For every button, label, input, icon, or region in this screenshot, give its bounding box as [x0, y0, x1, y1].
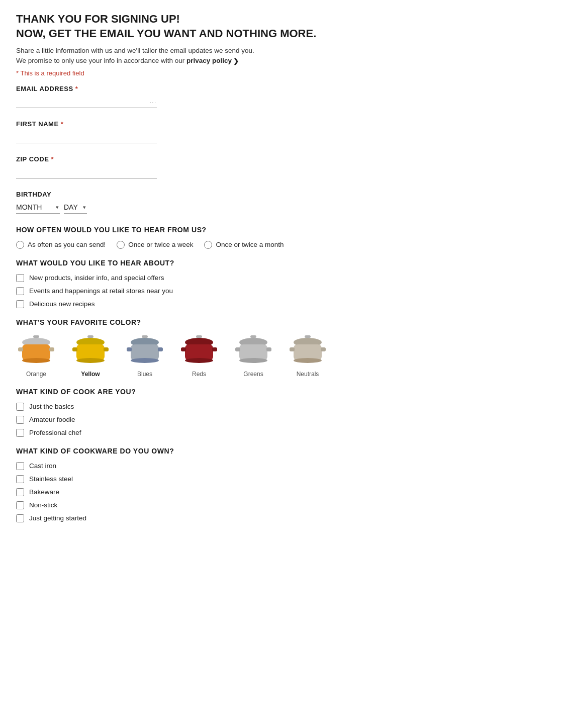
svg-rect-30: [305, 335, 311, 338]
svg-rect-3: [18, 347, 23, 351]
color-option-blues[interactable]: Blues: [125, 333, 165, 378]
color-option-neutrals[interactable]: Neutrals: [288, 333, 328, 378]
cookware-section: WHAT KIND OF COOKWARE DO YOU OWN? Cast i…: [16, 447, 416, 522]
color-label-greens: Greens: [243, 371, 263, 378]
svg-rect-12: [142, 335, 148, 338]
main-title: THANK YOU FOR SIGNING UP! NOW, GET THE E…: [16, 12, 416, 41]
birthday-label: BIRTHDAY: [16, 191, 416, 198]
svg-rect-16: [158, 347, 163, 351]
svg-rect-22: [212, 347, 217, 351]
first-name-input[interactable]: [16, 131, 157, 143]
first-name-label: FIRST NAME *: [16, 120, 416, 128]
color-title: WHAT'S YOUR FAVORITE COLOR?: [16, 318, 416, 326]
svg-rect-9: [72, 347, 77, 351]
cookware-label-5: Just getting started: [29, 514, 86, 522]
frequency-radio-3[interactable]: [204, 241, 212, 249]
cookware-option-5[interactable]: Just getting started: [16, 514, 416, 522]
cook-checkbox-3[interactable]: [16, 429, 24, 437]
svg-point-11: [76, 358, 105, 363]
cook-option-3[interactable]: Professional chef: [16, 429, 416, 437]
cookware-checkbox-list: Cast iron Stainless steel Bakeware Non-s…: [16, 462, 416, 522]
birthday-row: MONTH JanuaryFebruaryMarch AprilMayJune …: [16, 201, 416, 214]
cook-type-title: WHAT KIND OF COOK ARE YOU?: [16, 388, 416, 396]
topic-option-3[interactable]: Delicious new recipes: [16, 300, 416, 308]
svg-rect-28: [266, 347, 271, 351]
arrow-icon: ❯: [233, 56, 239, 66]
zip-code-required-star: *: [49, 155, 54, 163]
cook-label-2: Amateur foodie: [29, 416, 75, 423]
topic-option-2[interactable]: Events and happenings at retail stores n…: [16, 287, 416, 295]
color-section: WHAT'S YOUR FAVORITE COLOR? Orange: [16, 318, 416, 378]
color-label-yellow: Yellow: [81, 371, 100, 378]
cookware-checkbox-5[interactable]: [16, 514, 24, 522]
zip-code-section: ZIP CODE *: [16, 155, 416, 178]
topic-label-2: Events and happenings at retail stores n…: [29, 287, 173, 295]
day-select-wrapper: DAY 12345 678910 1112131415 1617181920 2…: [64, 201, 87, 214]
email-required-star: *: [73, 85, 78, 93]
topic-checkbox-1[interactable]: [16, 274, 24, 282]
pot-svg-greens: [233, 333, 273, 368]
frequency-radio-1[interactable]: [16, 241, 24, 249]
frequency-option-2[interactable]: Once or twice a week: [117, 241, 193, 249]
cookware-checkbox-3[interactable]: [16, 488, 24, 496]
color-label-reds: Reds: [192, 371, 206, 378]
cookware-option-1[interactable]: Cast iron: [16, 462, 416, 470]
email-input[interactable]: [16, 96, 157, 108]
month-select-wrapper: MONTH JanuaryFebruaryMarch AprilMayJune …: [16, 201, 60, 214]
email-section: EMAIL ADDRESS * ···: [16, 85, 416, 108]
svg-rect-21: [181, 347, 186, 351]
cook-checkbox-2[interactable]: [16, 416, 24, 424]
svg-rect-10: [104, 347, 109, 351]
frequency-option-1[interactable]: As often as you can send!: [16, 241, 106, 249]
frequency-label-1: As often as you can send!: [28, 241, 106, 248]
cookware-option-2[interactable]: Stainless steel: [16, 475, 416, 483]
cookware-option-3[interactable]: Bakeware: [16, 488, 416, 496]
topic-option-1[interactable]: New products, insider info, and special …: [16, 274, 416, 282]
color-option-reds[interactable]: Reds: [179, 333, 219, 378]
pot-svg-blues: [125, 333, 165, 368]
svg-rect-4: [49, 347, 54, 351]
email-dots-icon: ···: [150, 100, 157, 105]
first-name-section: FIRST NAME *: [16, 120, 416, 143]
topic-label-3: Delicious new recipes: [29, 300, 95, 308]
cook-option-2[interactable]: Amateur foodie: [16, 416, 416, 424]
svg-rect-0: [33, 335, 39, 338]
day-select[interactable]: DAY 12345 678910 1112131415 1617181920 2…: [64, 201, 87, 214]
topic-checkbox-2[interactable]: [16, 287, 24, 295]
frequency-radio-group: As often as you can send! Once or twice …: [16, 241, 416, 249]
cookware-checkbox-4[interactable]: [16, 501, 24, 509]
cook-option-1[interactable]: Just the basics: [16, 403, 416, 411]
cookware-title: WHAT KIND OF COOKWARE DO YOU OWN?: [16, 447, 416, 455]
cook-type-section: WHAT KIND OF COOK ARE YOU? Just the basi…: [16, 388, 416, 437]
frequency-radio-2[interactable]: [117, 241, 125, 249]
svg-rect-24: [250, 335, 256, 338]
cook-type-checkbox-list: Just the basics Amateur foodie Professio…: [16, 403, 416, 437]
topic-label-1: New products, insider info, and special …: [29, 274, 164, 282]
cook-checkbox-1[interactable]: [16, 403, 24, 411]
zip-code-input[interactable]: [16, 166, 157, 178]
color-pots-group: Orange Yellow Blues: [16, 333, 416, 378]
cookware-checkbox-2[interactable]: [16, 475, 24, 483]
required-note: * This is a required field: [16, 69, 416, 77]
privacy-policy-link[interactable]: privacy policy ❯: [186, 56, 239, 66]
pot-svg-neutrals: [288, 333, 328, 368]
frequency-title: HOW OFTEN WOULD YOU LIKE TO HEAR FROM US…: [16, 226, 416, 234]
cookware-checkbox-1[interactable]: [16, 462, 24, 470]
topics-section: WHAT WOULD YOU LIKE TO HEAR ABOUT? New p…: [16, 259, 416, 308]
color-option-orange[interactable]: Orange: [16, 333, 56, 378]
color-option-greens[interactable]: Greens: [233, 333, 273, 378]
cookware-option-4[interactable]: Non-stick: [16, 501, 416, 509]
svg-point-29: [239, 358, 267, 363]
frequency-option-3[interactable]: Once or twice a month: [204, 241, 284, 249]
birthday-section: BIRTHDAY MONTH JanuaryFebruaryMarch Apri…: [16, 191, 416, 214]
svg-rect-18: [196, 335, 202, 338]
cookware-label-1: Cast iron: [29, 462, 56, 470]
svg-point-5: [22, 358, 50, 363]
svg-point-35: [294, 358, 322, 363]
month-select[interactable]: MONTH JanuaryFebruaryMarch AprilMayJune …: [16, 201, 60, 214]
cook-label-3: Professional chef: [29, 429, 81, 436]
topic-checkbox-3[interactable]: [16, 300, 24, 308]
cook-label-1: Just the basics: [29, 403, 74, 410]
email-input-wrapper: ···: [16, 96, 157, 108]
color-option-yellow[interactable]: Yellow: [70, 333, 111, 378]
